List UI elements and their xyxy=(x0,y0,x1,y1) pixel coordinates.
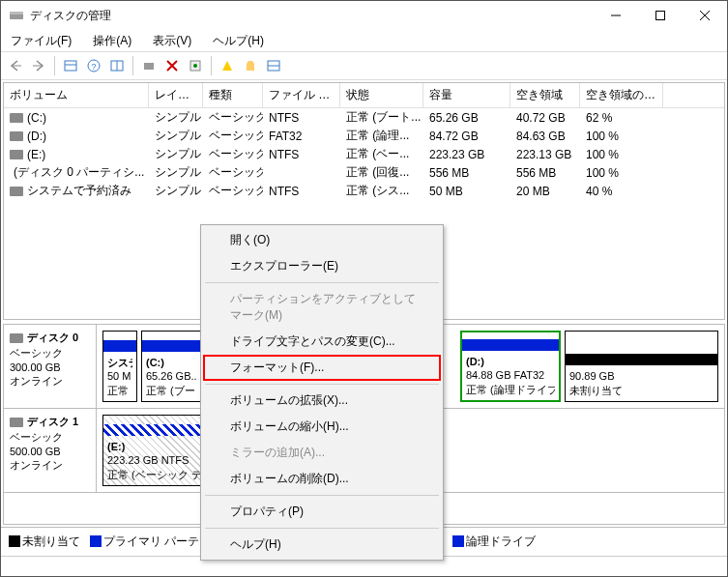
context-menu-item[interactable]: ボリュームの縮小(H)... xyxy=(203,414,441,440)
menu-view[interactable]: 表示(V) xyxy=(149,31,195,51)
context-menu-item[interactable]: ボリュームの拡張(X)... xyxy=(203,388,441,414)
cell-fs xyxy=(263,163,340,182)
volume-name: システムで予約済み xyxy=(27,183,131,199)
cell-type: ベーシック xyxy=(203,127,263,145)
cell-layout: シンプル xyxy=(149,163,203,182)
partition-bar xyxy=(566,354,717,365)
table-row[interactable]: (C:)シンプルベーシックNTFS正常 (ブート...65.26 GB40.72… xyxy=(4,108,724,127)
context-menu-item[interactable]: フォーマット(F)... xyxy=(203,355,441,381)
separator xyxy=(54,56,55,75)
cell-pct: 40 % xyxy=(580,182,663,200)
view-button-2[interactable] xyxy=(106,55,128,76)
back-button[interactable] xyxy=(5,55,26,76)
col-filesystem[interactable]: ファイル システム xyxy=(263,83,340,107)
context-menu-item[interactable]: ドライブ文字とパスの変更(C)... xyxy=(203,329,441,355)
minimize-button[interactable] xyxy=(594,1,638,30)
table-row[interactable]: (D:)シンプルベーシックFAT32正常 (論理...84.72 GB84.63… xyxy=(4,127,724,145)
disk-icon xyxy=(10,418,23,427)
partition[interactable]: システ 50 M 正常 xyxy=(102,331,137,402)
cell-type: ベーシック xyxy=(203,182,263,200)
svg-rect-17 xyxy=(247,64,254,71)
table-row[interactable]: システムで予約済みシンプルベーシックNTFS正常 (シス...50 MB20 M… xyxy=(4,182,724,200)
table-row[interactable]: (E:)シンプルベーシックNTFS正常 (ベー...223.23 GB223.1… xyxy=(4,145,724,163)
menu-help[interactable]: ヘルプ(H) xyxy=(209,31,268,51)
help-button[interactable]: ? xyxy=(83,55,104,76)
cell-fs: FAT32 xyxy=(263,127,340,145)
menu-action[interactable]: 操作(A) xyxy=(89,31,135,51)
cell-layout: シンプル xyxy=(149,145,203,163)
cell-free: 20 MB xyxy=(510,182,580,200)
cell-cap: 50 MB xyxy=(423,182,510,200)
cell-cap: 556 MB xyxy=(423,163,510,182)
cell-type: ベーシック xyxy=(203,145,263,163)
legend-label: 論理ドライブ xyxy=(466,534,536,548)
svg-text:?: ? xyxy=(91,62,96,72)
cell-type: ベーシック xyxy=(203,163,263,182)
col-capacity[interactable]: 容量 xyxy=(423,83,510,107)
col-layout[interactable]: レイアウト xyxy=(149,83,203,107)
table-row[interactable]: (ディスク 0 パーティシ...シンプルベーシック正常 (回復...556 MB… xyxy=(4,163,724,182)
maximize-button[interactable] xyxy=(638,1,683,30)
context-menu-item[interactable]: ヘルプ(H) xyxy=(203,532,441,558)
disk-icon xyxy=(10,333,23,343)
cell-status: 正常 (ブート... xyxy=(340,108,423,127)
cell-status: 正常 (ベー... xyxy=(340,145,423,163)
delete-button[interactable] xyxy=(161,55,183,76)
cell-status: 正常 (回復... xyxy=(340,163,423,182)
icon-button-2[interactable] xyxy=(240,55,261,76)
window-title: ディスクの管理 xyxy=(30,8,594,24)
partition-bar xyxy=(462,339,559,351)
partition-unallocated[interactable]: 90.89 GB 未割り当て xyxy=(565,331,718,402)
partition-bar xyxy=(103,340,136,352)
cell-layout: シンプル xyxy=(149,127,203,145)
disk-info-0: ディスク 0 ベーシック 300.00 GB オンライン xyxy=(4,325,97,408)
menu-separator xyxy=(205,282,439,283)
disk-size: 500.00 GB xyxy=(10,446,90,457)
context-menu-item[interactable]: 開く(O) xyxy=(203,227,441,253)
cell-pct: 100 % xyxy=(580,127,663,145)
partition[interactable]: (D:) 84.88 GB FAT32 正常 (論理ドライブ) xyxy=(460,331,561,402)
disk-status: オンライン xyxy=(10,374,90,389)
partition[interactable]: (C:) 65.26 GB... 正常 (ブー xyxy=(141,331,201,402)
legend-swatch-primary xyxy=(90,535,102,547)
disk-name-text: ディスク 1 xyxy=(27,415,78,429)
properties-button[interactable] xyxy=(185,55,206,76)
partition[interactable]: (E:) 223.23 GB NTFS 正常 (ベーシック デ xyxy=(102,415,207,486)
legend-label: 未割り当て xyxy=(22,534,80,548)
col-status[interactable]: 状態 xyxy=(340,83,423,107)
close-button[interactable] xyxy=(683,1,727,30)
view-button-1[interactable] xyxy=(60,55,81,76)
volume-name: (D:) xyxy=(27,130,46,143)
disk-management-window: ディスクの管理 ファイル(F) 操作(A) 表示(V) ヘルプ(H) ? ボリュ… xyxy=(0,0,728,577)
col-free[interactable]: 空き領域 xyxy=(510,83,580,107)
volume-icon xyxy=(10,131,23,141)
window-controls xyxy=(594,1,727,30)
menu-separator xyxy=(205,528,439,529)
legend-swatch-logical xyxy=(452,535,464,547)
col-type[interactable]: 種類 xyxy=(203,83,263,107)
separator xyxy=(211,56,212,75)
menu-file[interactable]: ファイル(F) xyxy=(7,31,75,51)
svg-rect-6 xyxy=(65,61,76,71)
forward-button[interactable] xyxy=(28,55,49,76)
disk-size: 300.00 GB xyxy=(10,361,90,373)
svg-rect-3 xyxy=(656,12,665,20)
cell-fs: NTFS xyxy=(263,145,340,163)
cell-status: 正常 (論理... xyxy=(340,127,423,145)
context-menu-item[interactable]: プロパティ(P) xyxy=(203,499,441,525)
context-menu-item[interactable]: ボリュームの削除(D)... xyxy=(203,466,441,492)
cell-type: ベーシック xyxy=(203,108,263,127)
icon-button-1[interactable] xyxy=(217,55,238,76)
col-volume[interactable]: ボリューム xyxy=(4,83,149,107)
cell-fs: NTFS xyxy=(263,182,340,200)
svg-rect-12 xyxy=(144,63,154,70)
disk-type: ベーシック xyxy=(10,430,90,445)
volume-icon xyxy=(10,113,23,123)
col-free-pct[interactable]: 空き領域の割... xyxy=(580,83,663,107)
context-menu-item[interactable]: エクスプローラー(E) xyxy=(203,253,441,279)
partition-bar xyxy=(103,424,206,436)
cell-cap: 84.72 GB xyxy=(423,127,510,145)
legend-swatch-unallocated xyxy=(9,535,20,547)
icon-button-3[interactable] xyxy=(263,55,284,76)
refresh-button[interactable] xyxy=(138,55,160,76)
